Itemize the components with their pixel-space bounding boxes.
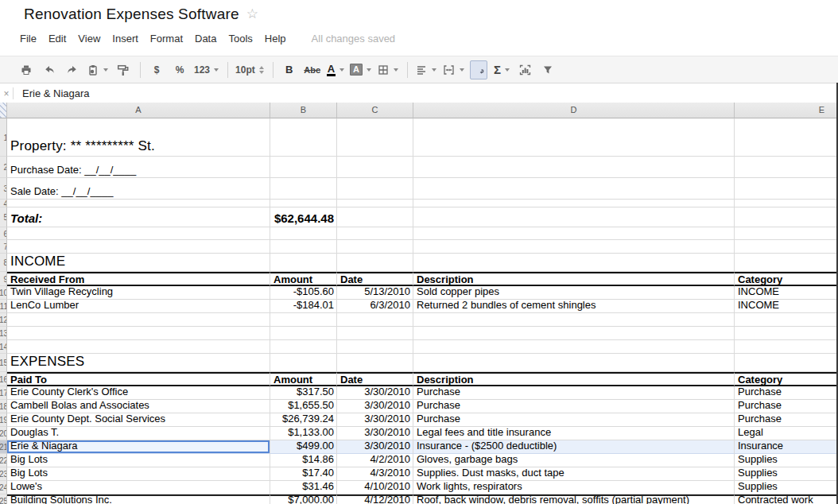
cell-D2[interactable] xyxy=(413,157,735,178)
row-header-16[interactable]: 16 xyxy=(0,372,7,386)
paste-dropdown-caret[interactable] xyxy=(103,68,108,72)
cell-B9[interactable]: Amount xyxy=(270,272,337,286)
cell-B18[interactable]: $1,655.50 xyxy=(270,400,337,413)
cell-B8[interactable] xyxy=(270,254,337,272)
cell-D10[interactable]: Sold copper pipes xyxy=(413,286,735,300)
cell-A18[interactable]: Cambell Bolas and Associates xyxy=(7,400,270,413)
cell-C18[interactable]: 3/30/2010 xyxy=(337,400,413,413)
cell-E21[interactable]: Insurance xyxy=(735,440,838,454)
cell-A24[interactable]: Lowe's xyxy=(7,481,270,494)
cell-B14[interactable] xyxy=(270,340,337,354)
cell-E4[interactable] xyxy=(735,200,838,207)
cell-E15[interactable] xyxy=(735,354,838,372)
text-color-button[interactable]: A xyxy=(327,60,344,79)
row-header-10[interactable]: 10 xyxy=(0,286,7,300)
cell-D19[interactable]: Purchase xyxy=(413,413,735,427)
row-header-23[interactable]: 23 xyxy=(0,467,7,481)
cell-B22[interactable]: $14.86 xyxy=(270,454,337,467)
cell-D5[interactable] xyxy=(413,207,735,227)
row-header-7[interactable]: 7 xyxy=(0,240,7,254)
cell-B20[interactable]: $1,133.00 xyxy=(270,427,337,440)
cell-C11[interactable]: 6/3/2010 xyxy=(337,300,413,313)
cell-E8[interactable] xyxy=(735,254,838,272)
row-header-8[interactable]: 8 xyxy=(0,254,7,272)
cell-B15[interactable] xyxy=(270,354,337,372)
column-header-D[interactable]: D xyxy=(413,103,735,118)
cell-C10[interactable]: 5/13/2010 xyxy=(337,286,413,300)
cell-A6[interactable] xyxy=(7,227,270,240)
cell-A5[interactable]: Total: xyxy=(7,207,270,227)
cell-D25[interactable]: Roof, back window, debris removal, soffi… xyxy=(413,494,735,504)
cell-E18[interactable]: Purchase xyxy=(735,400,838,413)
row-header-24[interactable]: 24 xyxy=(0,481,7,494)
cell-D12[interactable] xyxy=(413,313,735,327)
cell-A3[interactable]: Sale Date: __/__/____ xyxy=(7,178,270,200)
fill-color-button[interactable]: A xyxy=(350,60,371,79)
row-header-15[interactable]: 15 xyxy=(0,354,7,372)
cell-C25[interactable]: 4/12/2010 xyxy=(337,494,413,504)
row-header-22[interactable]: 22 xyxy=(0,454,7,467)
row-header-18[interactable]: 18 xyxy=(0,400,7,413)
font-size-button[interactable]: 10pt xyxy=(235,60,264,79)
menu-data[interactable]: Data xyxy=(195,33,216,45)
cell-C8[interactable] xyxy=(337,254,413,272)
cell-E3[interactable] xyxy=(735,178,838,200)
insert-chart-button[interactable] xyxy=(516,60,533,79)
cell-E20[interactable]: Legal xyxy=(735,427,838,440)
redo-button[interactable] xyxy=(64,60,81,79)
cell-B6[interactable] xyxy=(270,227,337,240)
cell-A10[interactable]: Twin Village Recycling xyxy=(7,286,270,300)
close-icon[interactable]: × xyxy=(0,88,13,99)
cell-E6[interactable] xyxy=(735,227,838,240)
cell-E16[interactable]: Category xyxy=(735,372,838,386)
merge-cells-caret[interactable] xyxy=(460,68,464,72)
cell-E1[interactable] xyxy=(735,118,838,157)
cell-A2[interactable]: Purchase Date: __/__/____ xyxy=(7,157,270,178)
cell-A8[interactable]: INCOME xyxy=(7,254,270,272)
cell-C6[interactable] xyxy=(337,227,413,240)
row-header-21[interactable]: 21 xyxy=(0,440,7,454)
cell-D7[interactable] xyxy=(413,240,735,254)
cell-E13[interactable] xyxy=(735,327,838,340)
row-header-4[interactable]: 4 xyxy=(0,200,7,207)
cell-E14[interactable] xyxy=(735,340,838,354)
cell-E19[interactable]: Purchase xyxy=(735,413,838,427)
menu-format[interactable]: Format xyxy=(150,33,183,45)
cell-B13[interactable] xyxy=(270,327,337,340)
row-header-3[interactable]: 3 xyxy=(0,178,7,200)
menu-view[interactable]: View xyxy=(78,33,100,45)
cell-D14[interactable] xyxy=(413,340,735,354)
cell-D13[interactable] xyxy=(413,327,735,340)
fill-color-caret[interactable] xyxy=(367,68,371,72)
row-header-11[interactable]: 11 xyxy=(0,300,7,313)
print-button[interactable] xyxy=(17,60,35,79)
cell-A23[interactable]: Big Lots xyxy=(7,467,270,481)
formula-input[interactable]: Erie & Niagara xyxy=(22,87,90,99)
menu-insert[interactable]: Insert xyxy=(112,33,138,45)
cell-E9[interactable]: Category xyxy=(735,272,838,286)
cell-C13[interactable] xyxy=(337,327,413,340)
borders-caret[interactable] xyxy=(394,68,398,72)
cell-C15[interactable] xyxy=(337,354,413,372)
align-button[interactable] xyxy=(415,60,436,79)
cell-C22[interactable]: 4/2/2010 xyxy=(337,454,413,467)
cell-B5[interactable]: $62,644.48 xyxy=(270,207,337,227)
undo-button[interactable] xyxy=(41,60,58,79)
text-color-caret[interactable] xyxy=(339,68,344,72)
cell-B7[interactable] xyxy=(270,240,337,254)
row-header-17[interactable]: 17 xyxy=(0,386,7,400)
filter-button[interactable] xyxy=(539,60,557,79)
cell-A11[interactable]: LenCo Lumber xyxy=(7,300,270,313)
cell-A20[interactable]: Douglas T. xyxy=(7,427,270,440)
cell-C23[interactable]: 4/3/2010 xyxy=(337,467,413,481)
cell-B4[interactable] xyxy=(270,200,337,207)
cell-C20[interactable]: 3/30/2010 xyxy=(337,427,413,440)
column-header-A[interactable]: A xyxy=(7,103,270,118)
wrap-text-button[interactable] xyxy=(470,60,487,79)
cell-E5[interactable] xyxy=(735,207,838,227)
row-header-5[interactable]: 5 xyxy=(0,207,7,227)
cell-B16[interactable]: Amount xyxy=(270,372,337,386)
cell-A19[interactable]: Erie County Dept. Social Services xyxy=(7,413,270,427)
cell-A12[interactable] xyxy=(7,313,270,327)
cell-A25[interactable]: Building Solutions Inc. xyxy=(7,494,270,504)
